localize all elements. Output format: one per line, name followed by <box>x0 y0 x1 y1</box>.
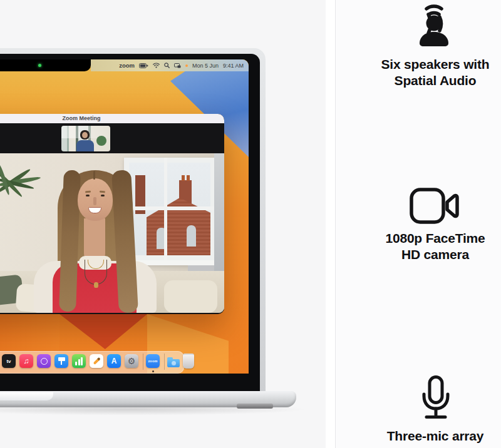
window-mullion <box>164 158 167 265</box>
necklace-pendant <box>94 282 98 288</box>
microphone-icon <box>421 375 451 423</box>
dock-icon-downloads-folder[interactable] <box>167 354 180 368</box>
camera-active-led <box>38 64 41 67</box>
music-note-icon: ♫ <box>24 357 29 365</box>
spotlight-search-icon[interactable] <box>164 63 170 68</box>
battery-icon[interactable] <box>139 63 148 68</box>
product-marketing-image: zoom Mon 5 Jun 9:41 AM <box>0 0 501 448</box>
dock-icon-music[interactable]: ♫ <box>19 354 33 368</box>
zoom-meeting-window[interactable]: Zoom Meeting <box>0 114 224 314</box>
numbers-bar-icon <box>75 362 77 365</box>
window-sash-bar <box>124 206 215 210</box>
feature-line: HD camera <box>349 247 501 263</box>
house-window <box>187 225 196 247</box>
hair-part <box>93 171 95 180</box>
zoom-running-indicator <box>152 370 154 372</box>
dock-icon-apple-tv[interactable]: tv <box>2 354 16 368</box>
dock-separator <box>143 354 143 370</box>
chimney-pot <box>187 175 190 181</box>
podcasts-icon <box>41 358 48 365</box>
dock: tv ♫ <box>0 351 184 374</box>
zoom-app-label: zoom <box>148 359 157 363</box>
room-window <box>124 158 215 265</box>
dock-icon-zoom[interactable]: zoom <box>146 354 160 368</box>
window-title: Zoom Meeting <box>63 115 101 121</box>
macbook-rubber-foot <box>237 404 273 409</box>
dock-separator <box>164 354 165 370</box>
spatial-audio-icon <box>408 1 460 51</box>
participants-filmstrip <box>0 123 224 153</box>
main-speaker-video[interactable] <box>0 153 224 313</box>
folder-download-dot <box>172 361 176 365</box>
menu-bar: zoom Mon 5 Jun 9:41 AM <box>91 59 249 71</box>
nose <box>93 197 96 205</box>
apple-tv-label: tv <box>6 359 11 364</box>
pencil-icon <box>93 357 100 365</box>
feature-text-camera: 1080p FaceTime HD camera <box>349 230 501 263</box>
laptop-photo-panel: zoom Mon 5 Jun 9:41 AM <box>0 0 326 448</box>
app-store-icon: A <box>111 357 117 365</box>
keynote-icon-stem <box>61 361 63 365</box>
camera-notch <box>0 59 91 71</box>
features-panel: Six speakers with Spatial Audio 1080p Fa… <box>336 0 501 448</box>
numbers-bar-icon <box>81 357 83 365</box>
numbers-bar-icon <box>78 359 80 365</box>
thumbnail-plant <box>96 136 106 146</box>
menu-bar-time[interactable]: 9:41 AM <box>223 63 244 69</box>
menu-bar-app-name[interactable]: zoom <box>119 62 135 69</box>
dock-icon-system-settings[interactable]: ⚙ <box>125 354 138 368</box>
feature-text-mic: Three-mic array <box>349 428 501 444</box>
sofa-cushion <box>164 280 217 313</box>
dock-icon-podcasts[interactable] <box>37 354 51 368</box>
eye <box>86 195 90 196</box>
dock-icon-numbers[interactable] <box>72 354 86 368</box>
wifi-icon[interactable] <box>153 63 160 68</box>
window-title-bar[interactable]: Zoom Meeting <box>0 114 224 123</box>
dock-icon-pages[interactable] <box>90 354 103 368</box>
eye <box>101 195 105 196</box>
necklace-cord <box>85 260 107 285</box>
dock-icon-app-store[interactable]: A <box>107 354 121 368</box>
menu-bar-date[interactable]: Mon 5 Jun <box>192 63 219 69</box>
dock-icon-keynote[interactable] <box>54 354 68 368</box>
screen-mirroring-icon[interactable] <box>174 63 181 68</box>
feature-line: Spatial Audio <box>349 73 501 89</box>
feature-line: Three-mic array <box>349 428 501 444</box>
panel-gutter <box>326 0 335 448</box>
participant-thumbnail[interactable] <box>61 126 110 151</box>
folder-icon <box>167 359 180 367</box>
gear-icon: ⚙ <box>128 356 136 366</box>
macbook-base-highlight <box>0 392 53 400</box>
chimney-pot <box>182 175 185 181</box>
folder-tab <box>167 357 173 360</box>
feature-line: Six speakers with <box>349 56 501 73</box>
facetime-camera-icon <box>410 188 460 227</box>
macbook-screen: zoom Mon 5 Jun 9:41 AM <box>0 59 249 374</box>
dock-icon-trash[interactable] <box>183 354 194 369</box>
thumbnail-person-shirt <box>76 140 94 151</box>
recording-indicator-dot <box>185 64 188 67</box>
thumbnail-person-face <box>82 132 88 138</box>
feature-text-speakers: Six speakers with Spatial Audio <box>349 56 501 89</box>
feature-line: 1080p FaceTime <box>349 230 501 247</box>
